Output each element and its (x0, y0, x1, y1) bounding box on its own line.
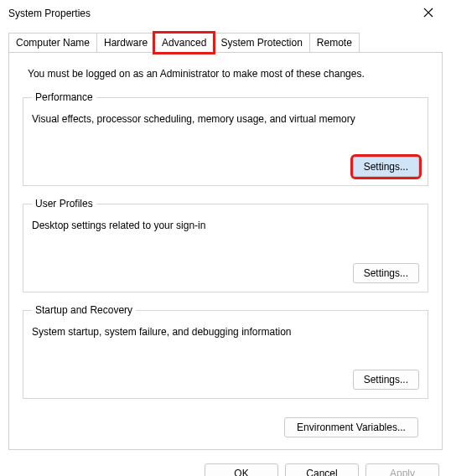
tab-hardware[interactable]: Hardware (96, 33, 155, 52)
ok-button[interactable]: OK (205, 463, 278, 476)
admin-intro-text: You must be logged on as an Administrato… (19, 65, 432, 91)
startup-recovery-desc: System startup, system failure, and debu… (32, 326, 419, 338)
user-profiles-desc: Desktop settings related to your sign-in (32, 220, 419, 231)
tab-remote[interactable]: Remote (309, 33, 360, 52)
apply-button[interactable]: Apply (365, 463, 439, 476)
close-icon (423, 8, 433, 20)
environment-variables-button[interactable]: Environment Variables... (284, 417, 418, 437)
tabs-row: Computer Name Hardware Advanced System P… (0, 27, 451, 52)
startup-recovery-group: Startup and Recovery System startup, sys… (23, 304, 428, 399)
performance-legend: Performance (32, 91, 96, 103)
startup-recovery-settings-button[interactable]: Settings... (353, 370, 419, 390)
user-profiles-settings-button[interactable]: Settings... (353, 263, 419, 283)
window-title: System Properties (8, 8, 411, 19)
dialog-footer: OK Cancel Apply (0, 450, 451, 476)
user-profiles-legend: User Profiles (32, 198, 96, 210)
performance-settings-button[interactable]: Settings... (353, 157, 419, 177)
user-profiles-group: User Profiles Desktop settings related t… (23, 198, 428, 292)
tab-panel: You must be logged on as an Administrato… (8, 52, 443, 450)
tab-system-protection[interactable]: System Protection (213, 33, 309, 52)
system-properties-window: System Properties Computer Name Hardware… (0, 0, 451, 476)
tab-computer-name[interactable]: Computer Name (8, 33, 97, 52)
titlebar: System Properties (0, 0, 451, 27)
tab-advanced[interactable]: Advanced (154, 33, 214, 53)
cancel-button[interactable]: Cancel (285, 463, 359, 476)
startup-recovery-legend: Startup and Recovery (32, 304, 136, 316)
performance-desc: Visual effects, processor scheduling, me… (32, 113, 419, 125)
close-button[interactable] (411, 2, 446, 25)
performance-group: Performance Visual effects, processor sc… (23, 91, 428, 186)
